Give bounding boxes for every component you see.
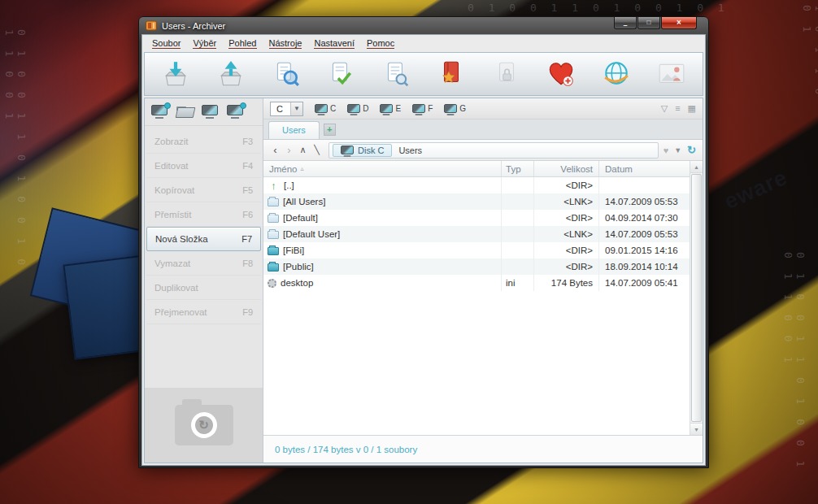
titlebar[interactable]: Users - Archiver – □ × [141,17,706,34]
scroll-down-icon[interactable]: ▼ [690,423,703,435]
action-label: Editovat [154,161,189,171]
sidebar-action-button[interactable]: Nová Složka F7 [146,227,261,251]
favorites-icon[interactable]: ♥ [664,146,669,155]
vertical-scrollbar[interactable]: ▲ ▼ [690,161,703,435]
file-size: <DIR> [533,259,598,275]
toolbar [144,52,703,96]
action-shortcut: F5 [242,185,253,195]
document-lock-icon[interactable] [489,55,524,93]
path-segment[interactable]: Users [398,146,422,155]
path-bar[interactable]: Disk C Users [329,142,659,159]
drive-icon [444,104,457,113]
document-check-icon[interactable] [323,55,359,93]
sidebar-action-button[interactable]: Kopírovat F5 [146,178,261,202]
action-label: Vymazat [154,259,190,268]
document-search-icon[interactable] [268,55,304,93]
close-button[interactable]: × [661,17,697,29]
refresh-icon[interactable]: ↻ [687,144,696,156]
action-shortcut: F6 [242,210,253,219]
sidebar-action-button[interactable]: Editovat F4 [146,154,261,178]
computer-badge-icon[interactable] [227,105,245,118]
menu-item[interactable]: Pohled [228,38,256,48]
up-button[interactable]: ∧ [296,145,310,155]
add-tab-button[interactable]: + [324,124,336,136]
action-shortcut: F7 [241,234,252,244]
table-row[interactable]: [FiBi] <DIR> 09.01.2015 14:16 [263,242,690,259]
file-type [501,242,533,259]
column-header-date[interactable]: Datum [598,161,690,176]
table-row[interactable]: desktop ini 174 Bytes 14.07.2009 05:41 [263,275,690,291]
computer-add-icon[interactable] [151,105,169,118]
scroll-up-icon[interactable]: ▲ [690,161,703,173]
drive-letter: E [395,104,401,113]
pack-box-icon[interactable] [213,55,249,93]
menu-item[interactable]: Nastavení [314,38,355,48]
grid-view-icon[interactable]: ▦ [688,103,696,114]
navigation-bar: ‹ › ∧ ╲ Disk C Users ♥ ▼ ↻ [263,140,703,161]
tab-users[interactable]: Users [268,121,320,139]
disk-icon [341,146,354,154]
file-size: <DIR> [533,210,598,226]
scrollbar-thumb[interactable] [691,174,702,422]
file-icon [268,279,276,288]
root-button[interactable]: ╲ [310,145,324,155]
binary-pattern: 0 1 0 0 1 1 0 1 0 0 1 0 1 1 0 0 1 [782,252,807,480]
sidebar-action-button[interactable]: Duplikovat [146,276,261,300]
column-header-type[interactable]: Typ [501,161,533,176]
document-preview-icon[interactable] [378,55,414,93]
table-row[interactable]: [All Users] <LNK> 14.07.2009 05:53 [263,193,690,210]
window-title: Users - Archiver [162,21,225,31]
disk-breadcrumb[interactable]: Disk C [333,144,392,157]
status-bar: 0 bytes / 174 bytes v 0 / 1 soubory [263,435,703,463]
menu-item[interactable]: Soubor [152,38,181,48]
sidebar-toolbar [145,98,263,126]
drive-select[interactable]: C ▼ [270,102,303,116]
drive-button[interactable]: D [347,104,368,113]
drive-letter: G [459,104,466,113]
column-header-size[interactable]: Velikost [533,161,598,176]
file-date [598,177,690,193]
binary-pattern: 0 1 0 0 1 1 0 1 0 0 1 0 1 1 0 0 1 [468,2,736,14]
menu-item[interactable]: Výběr [193,38,216,48]
drive-button[interactable]: E [380,104,401,113]
filter-icon[interactable]: ▽ [661,103,668,114]
drive-letter: D [363,104,368,113]
sidebar-action-button[interactable]: Přemístit F6 [146,202,261,227]
drive-button[interactable]: F [412,104,433,113]
folder-open-icon[interactable] [176,106,194,118]
column-header-name[interactable]: Jméno ▵ [263,161,501,176]
action-label: Kopírovat [154,185,194,195]
file-date: 04.09.2014 07:30 [598,210,690,226]
unpack-box-icon[interactable] [158,55,194,93]
heart-plus-icon[interactable] [543,55,579,93]
file-size: 174 Bytes [533,275,598,291]
sidebar-action-button[interactable]: Přejmenovat F9 [146,300,261,324]
chevron-down-icon[interactable]: ▼ [674,146,681,154]
chevron-down-icon[interactable]: ▼ [290,102,302,115]
back-button[interactable]: ‹ [268,144,282,156]
sidebar-action-button[interactable]: Zobrazit F3 [146,129,261,154]
window-client-area: Soubor Výběr Pohled Nástroje Nastavení P… [141,34,706,466]
list-view-icon[interactable]: ≡ [675,103,680,114]
file-size: <DIR> [533,242,598,259]
view-options: ▽ ≡ ▦ [661,103,696,114]
computer-icon[interactable] [202,105,220,118]
table-row[interactable]: [Default User] <LNK> 14.07.2009 05:53 [263,226,690,242]
table-row[interactable]: [..] <DIR> [263,177,690,193]
globe-icon[interactable] [598,55,634,93]
table-row[interactable]: [Default] <DIR> 04.09.2014 07:30 [263,210,690,226]
minimize-button[interactable]: – [614,17,637,29]
menu-item[interactable]: Nástroje [269,38,302,48]
document-star-icon[interactable] [433,55,469,93]
menu-item[interactable]: Pomoc [367,38,394,48]
file-icon [268,263,279,272]
binary-pattern: 0 1 0 0 1 1 0 1 0 0 1 0 1 1 0 0 1 [3,29,28,273]
photo-viewer-icon[interactable] [654,55,690,93]
table-row[interactable]: [Public] <DIR> 18.09.2014 10:14 [263,259,690,275]
drive-button[interactable]: G [444,104,466,113]
maximize-button[interactable]: □ [637,17,660,29]
forward-button[interactable]: › [282,144,296,156]
sidebar-action-button[interactable]: Vymazat F8 [146,251,261,276]
file-type [501,259,533,275]
drive-button[interactable]: C [315,104,336,113]
